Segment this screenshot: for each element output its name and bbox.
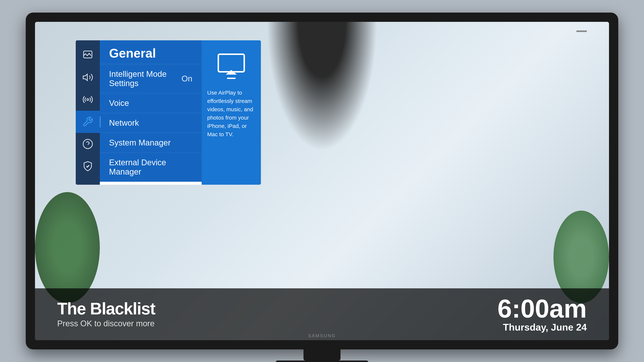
time-section: 6:00am Thursday, June 24 <box>497 296 587 333</box>
tv-stand <box>304 350 340 361</box>
date-display: Thursday, June 24 <box>503 322 587 333</box>
sidebar-item-support[interactable] <box>76 133 100 155</box>
menu-item-apple-airplay[interactable]: Apple AirPlay Settings <box>100 182 202 185</box>
sidebar-item-broadcast[interactable] <box>76 88 100 111</box>
tv-screen: ▬▬ <box>35 22 609 340</box>
airplay-icon-container <box>214 51 248 81</box>
intelligent-mode-value: On <box>182 74 192 83</box>
tv-status-bar: ▬▬ <box>576 27 587 33</box>
airplay-info-panel: Use AirPlay to effortlessly stream video… <box>202 40 261 185</box>
menu-item-system-manager[interactable]: System Manager <box>100 133 202 153</box>
menu-item-external-device[interactable]: External Device Manager <box>100 153 202 182</box>
background-figure <box>266 22 378 151</box>
settings-menu-list: Intelligent Mode Settings On Voice Netwo… <box>100 64 202 185</box>
sidebar-item-picture[interactable] <box>76 44 100 66</box>
network-label: Network <box>109 118 139 127</box>
settings-sidebar <box>76 40 100 185</box>
wrench-icon <box>82 116 93 127</box>
sidebar-item-sound[interactable] <box>76 66 100 88</box>
show-title: The Blacklist <box>57 300 155 317</box>
menu-item-voice[interactable]: Voice <box>100 93 202 113</box>
plant-left <box>35 192 100 303</box>
tv-frame: ▬▬ <box>26 12 618 350</box>
svg-point-1 <box>87 99 89 100</box>
settings-main-content: General Intelligent Mode Settings On Voi… <box>100 40 202 185</box>
section-title: General <box>109 46 156 60</box>
airplay-description: Use AirPlay to effortlessly stream video… <box>207 88 255 138</box>
show-subtitle: Press OK to discover more <box>57 319 155 328</box>
airplay-icon <box>216 53 246 79</box>
svg-point-2 <box>83 139 92 149</box>
bottom-info-bar: The Blacklist Press OK to discover more … <box>35 288 609 340</box>
shield-icon <box>82 161 93 172</box>
wifi-icon: ▬▬ <box>576 27 587 33</box>
picture-icon <box>82 50 93 61</box>
menu-item-network[interactable]: Network <box>100 113 202 133</box>
time-display: 6:00am <box>497 296 587 322</box>
broadcast-icon <box>82 94 93 105</box>
settings-panel: General Intelligent Mode Settings On Voi… <box>76 40 261 185</box>
voice-label: Voice <box>109 98 129 108</box>
menu-item-intelligent-mode[interactable]: Intelligent Mode Settings On <box>100 64 202 93</box>
external-device-label: External Device Manager <box>109 158 192 176</box>
sound-icon <box>82 72 93 83</box>
intelligent-mode-label: Intelligent Mode Settings <box>109 69 182 88</box>
sidebar-item-general[interactable] <box>76 111 100 133</box>
question-icon <box>82 138 93 150</box>
sidebar-item-privacy[interactable] <box>76 155 100 177</box>
system-manager-label: System Manager <box>109 138 171 147</box>
samsung-logo: SAMSUNG <box>308 333 336 338</box>
svg-rect-5 <box>221 57 242 69</box>
settings-header: General <box>100 40 202 64</box>
show-info: The Blacklist Press OK to discover more <box>57 300 155 328</box>
tv-stand-base <box>276 361 368 362</box>
